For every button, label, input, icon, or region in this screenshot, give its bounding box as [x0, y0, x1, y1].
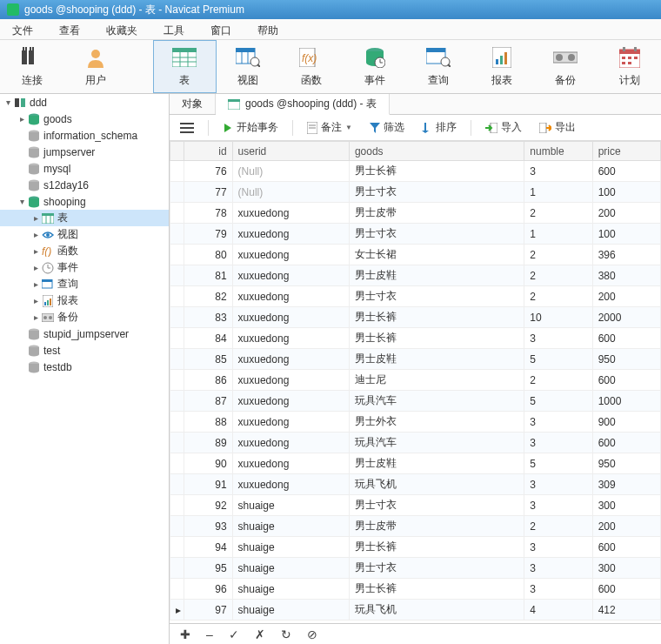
toolbar-plan-button[interactable]: 计划 [598, 40, 661, 93]
cell-id[interactable]: 77 [184, 182, 232, 203]
cell-goods[interactable]: 男士皮鞋 [349, 349, 524, 370]
tree-toggle-icon[interactable]: ▸ [31, 213, 40, 223]
col-header-numble[interactable]: numble [524, 142, 592, 161]
cell-userid[interactable]: xuxuedong [232, 433, 349, 453]
table-row[interactable]: 81xuxuedong男士皮鞋2380 [170, 265, 661, 286]
add-row-button[interactable]: ✚ [177, 627, 194, 641]
cell-numble[interactable]: 3 [524, 412, 592, 433]
cell-numble[interactable]: 2 [524, 245, 592, 265]
cell-id[interactable]: 87 [184, 391, 232, 412]
cell-userid[interactable]: xuxuedong [232, 328, 349, 349]
table-row[interactable]: 92shuaige男士寸衣3300 [170, 495, 661, 516]
cell-numble[interactable]: 1 [524, 182, 592, 203]
cell-numble[interactable]: 2 [524, 516, 592, 537]
cell-numble[interactable]: 3 [524, 579, 592, 600]
table-row[interactable]: 91xuxuedong玩具飞机3309 [170, 474, 661, 495]
cell-userid[interactable]: shuaige [232, 537, 349, 558]
hamburger-button[interactable] [177, 121, 197, 135]
cell-id[interactable]: 96 [184, 579, 232, 600]
export-button[interactable]: 导出 [536, 118, 579, 137]
cell-userid[interactable]: xuxuedong [232, 412, 349, 433]
cell-numble[interactable]: 3 [524, 558, 592, 579]
table-row[interactable]: 94shuaige男士长裤3600 [170, 537, 661, 558]
cell-userid[interactable]: (Null) [232, 182, 349, 203]
table-row[interactable]: 83xuxuedong男士长裤102000 [170, 307, 661, 328]
table-row[interactable]: 85xuxuedong男士皮鞋5950 [170, 349, 661, 370]
cell-goods[interactable]: 男士寸衣 [349, 558, 524, 579]
col-header-id[interactable]: id [184, 142, 232, 161]
table-row[interactable]: 87xuxuedong玩具汽车51000 [170, 391, 661, 412]
sort-button[interactable]: 排序 [418, 118, 460, 137]
cell-userid[interactable]: xuxuedong [232, 349, 349, 370]
table-row[interactable]: 82xuxuedong男士寸衣2200 [170, 286, 661, 307]
cell-numble[interactable]: 2 [524, 203, 592, 224]
tree-toggle-icon[interactable]: ▸ [31, 279, 40, 289]
stop-button[interactable]: ⊘ [304, 627, 321, 641]
table-row[interactable]: 95shuaige男士寸衣3300 [170, 558, 661, 579]
table-row[interactable]: 84xuxuedong男士长裤3600 [170, 328, 661, 349]
cell-price[interactable]: 309 [592, 474, 660, 495]
menu-help[interactable]: 帮助 [245, 21, 290, 37]
cell-price[interactable]: 300 [592, 495, 660, 516]
cell-id[interactable]: 89 [184, 433, 232, 453]
tree-item-ddd[interactable]: ▾ddd [0, 94, 169, 111]
cell-goods[interactable]: 迪士尼 [349, 370, 524, 391]
delete-row-button[interactable]: – [203, 627, 217, 641]
tree-toggle-icon[interactable]: ▸ [31, 296, 40, 305]
cell-id[interactable]: 81 [184, 265, 232, 286]
cell-userid[interactable]: shuaige [232, 558, 349, 579]
menu-window[interactable]: 窗口 [198, 21, 244, 37]
cell-price[interactable]: 600 [592, 370, 660, 391]
cell-goods[interactable]: 男士皮鞋 [349, 265, 524, 286]
cell-price[interactable]: 412 [592, 600, 660, 621]
tree-item-testdb[interactable]: testdb [0, 359, 169, 375]
table-row[interactable]: 76(Null)男士长裤3600 [170, 161, 661, 182]
menu-tools[interactable]: 工具 [151, 21, 197, 37]
col-header-goods[interactable]: goods [349, 142, 524, 161]
cell-price[interactable]: 600 [592, 328, 660, 349]
cell-id[interactable]: 82 [184, 286, 232, 307]
cell-price[interactable]: 200 [592, 516, 660, 537]
cell-goods[interactable]: 男士外衣 [349, 412, 524, 433]
cancel-button[interactable]: ✗ [251, 627, 269, 641]
cell-userid[interactable]: xuxuedong [232, 286, 349, 307]
table-row[interactable]: 89xuxuedong玩具汽车3600 [170, 433, 661, 453]
tree-item-表[interactable]: ▸表 [0, 210, 169, 226]
tree-item-information_schema[interactable]: information_schema [0, 127, 169, 144]
cell-userid[interactable]: shuaige [232, 495, 349, 516]
toolbar-table-button[interactable]: 表 [153, 40, 217, 93]
toolbar-query-button[interactable]: 查询 [407, 40, 471, 93]
cell-id[interactable]: 85 [184, 349, 232, 370]
cell-goods[interactable]: 男士皮带 [349, 516, 524, 537]
cell-goods[interactable]: 玩具飞机 [349, 600, 524, 621]
cell-numble[interactable]: 2 [524, 286, 592, 307]
cell-numble[interactable]: 1 [524, 224, 592, 245]
cell-price[interactable]: 600 [592, 161, 660, 182]
cell-goods[interactable]: 玩具汽车 [349, 433, 524, 453]
cell-numble[interactable]: 3 [524, 328, 592, 349]
menu-fav[interactable]: 收藏夹 [94, 21, 150, 37]
cell-numble[interactable]: 3 [524, 537, 592, 558]
toolbar-func-button[interactable]: f(x) 函数 [280, 40, 344, 93]
col-header-price[interactable]: price [592, 142, 660, 161]
tree-toggle-icon[interactable]: ▸ [31, 246, 40, 256]
cell-numble[interactable]: 5 [524, 453, 592, 474]
data-grid[interactable]: id userid goods numble price 76(Null)男士长… [170, 141, 661, 623]
cell-id[interactable]: 94 [184, 537, 232, 558]
cell-price[interactable]: 950 [592, 349, 660, 370]
tree-item-备份[interactable]: ▸备份 [0, 309, 169, 325]
cell-price[interactable]: 200 [592, 203, 660, 224]
cell-userid[interactable]: shuaige [232, 516, 349, 537]
col-header-userid[interactable]: userid [232, 142, 349, 161]
tree-item-mysql[interactable]: mysql [0, 160, 169, 177]
cell-numble[interactable]: 5 [524, 349, 592, 370]
table-row[interactable]: 79xuxuedong男士寸衣1100 [170, 224, 661, 245]
table-row[interactable]: 90xuxuedong男士皮鞋5950 [170, 453, 661, 474]
cell-userid[interactable]: xuxuedong [232, 245, 349, 265]
cell-price[interactable]: 300 [592, 558, 660, 579]
tree-item-函数[interactable]: ▸f()函数 [0, 243, 169, 259]
cell-id[interactable]: 83 [184, 307, 232, 328]
cell-price[interactable]: 100 [592, 182, 660, 203]
cell-numble[interactable]: 3 [524, 474, 592, 495]
toolbar-backup-button[interactable]: 备份 [534, 40, 598, 93]
